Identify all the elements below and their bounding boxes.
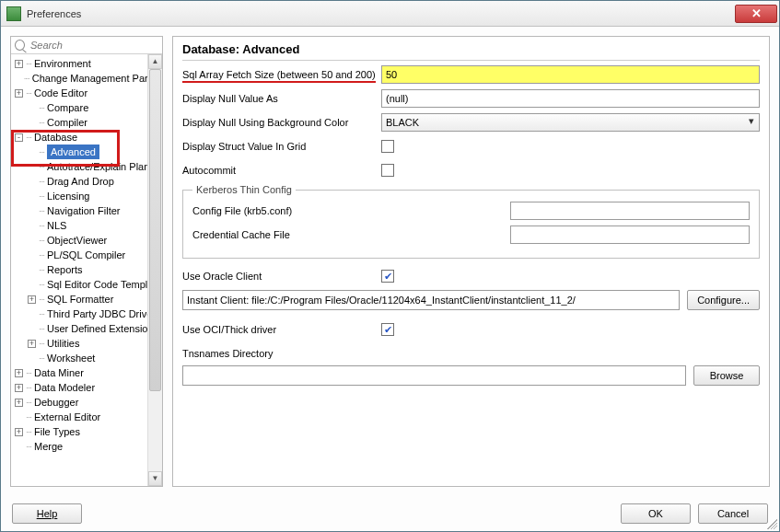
configure-button[interactable]: Configure... [687,290,760,310]
tree-item-label: Worksheet [47,351,95,365]
expand-icon[interactable]: + [15,369,23,377]
collapse-icon[interactable]: - [15,133,23,142]
tree-item-label: ObjectViewer [47,233,107,248]
window-title: Preferences [27,8,735,19]
tree-connector-icon: ···· [39,159,44,174]
null-value-input[interactable] [381,89,760,108]
tree-connector-icon: ···· [39,189,44,203]
search-input[interactable] [29,39,158,52]
tree-item-compare[interactable]: ····Compare [11,100,162,115]
tree-item-database[interactable]: -····Database [11,130,162,145]
tree-connector-icon: ···· [39,218,44,233]
expand-icon[interactable]: + [15,399,23,407]
tree-item-licensing[interactable]: ····Licensing [11,189,162,203]
tree-leaf-icon [28,310,36,318]
close-button[interactable]: ✕ [735,5,777,23]
tree-item-nls[interactable]: ····NLS [11,218,162,233]
tree-item-file-types[interactable]: +····File Types [11,424,162,439]
tree-connector-icon: ···· [26,410,31,424]
tree-connector-icon: ···· [24,71,29,86]
tree-item-drag-and-drop[interactable]: ····Drag And Drop [11,174,162,189]
tree-connector-icon: ···· [39,100,44,115]
tree-leaf-icon [28,251,36,260]
tree-leaf-icon [28,163,36,171]
expand-icon[interactable]: + [28,295,36,304]
tree-connector-icon: ···· [26,365,31,380]
expand-icon[interactable]: + [15,89,23,98]
tree-item-autotrace-explain-plan[interactable]: ····Autotrace/Explain Plan [11,159,162,174]
tree-item-external-editor[interactable]: ····External Editor [11,410,162,424]
expand-icon[interactable]: + [15,60,23,68]
fetch-size-input[interactable] [381,65,760,84]
tree-leaf-icon [28,281,36,289]
preferences-tree[interactable]: +····Environment····Change Management Pa… [11,54,162,456]
tree-item-utilities[interactable]: +····Utilities [11,336,162,351]
browse-button[interactable]: Browse [693,365,760,386]
tree-leaf-icon [15,443,23,451]
kerberos-config-input[interactable] [510,202,750,220]
expand-icon[interactable]: + [28,340,36,348]
autocommit-checkbox[interactable] [381,164,394,177]
tree-item-advanced[interactable]: ····Advanced [11,145,162,159]
tns-directory-input[interactable] [182,365,686,386]
ok-button[interactable]: OK [621,503,691,524]
tree-connector-icon: ···· [39,321,44,336]
oracle-client-path-input[interactable] [182,290,680,310]
tree-item-label: Compare [47,100,88,115]
struct-checkbox[interactable] [381,140,394,153]
tree-item-label: Sql Editor Code Templa [47,277,153,292]
tree-item-label: Environment [34,56,91,71]
tree-item-reports[interactable]: ····Reports [11,262,162,277]
tree-item-worksheet[interactable]: ····Worksheet [11,351,162,365]
null-value-label: Display Null Value As [182,93,381,104]
tree-item-merge[interactable]: ····Merge [11,439,162,454]
tree-connector-icon: ···· [39,306,44,321]
tree-item-user-defined-extension[interactable]: ····User Defined Extension [11,321,162,336]
tree-connector-icon: ···· [39,174,44,189]
autocommit-label: Autocommit [182,165,381,176]
tree-item-third-party-jdbc-driver[interactable]: ····Third Party JDBC Driver [11,306,162,321]
tree-leaf-icon [28,119,36,127]
tree-item-data-miner[interactable]: +····Data Miner [11,365,162,380]
tree-item-label: Licensing [47,189,89,203]
tree-item-change-management-param[interactable]: ····Change Management Param [11,71,162,86]
tree-scrollbar[interactable]: ▲ ▼ [147,54,162,486]
tree-connector-icon: ···· [39,277,44,292]
tree-item-objectviewer[interactable]: ····ObjectViewer [11,233,162,248]
search-row [11,37,162,54]
resize-grip-icon[interactable] [764,516,777,529]
tree-leaf-icon [28,354,36,363]
tree-item-label: SQL Formatter [47,292,113,306]
expand-icon[interactable]: + [15,428,23,436]
tree-item-navigation-filter[interactable]: ····Navigation Filter [11,203,162,218]
tree-item-environment[interactable]: +····Environment [11,56,162,71]
scroll-thumb[interactable] [149,69,161,391]
tree-item-compiler[interactable]: ····Compiler [11,115,162,130]
kerberos-cred-input[interactable] [510,226,750,244]
expand-icon[interactable]: + [15,384,23,392]
content-pane: Database: Advanced Sql Array Fetch Size … [172,36,770,487]
use-oracle-checkbox[interactable]: ✔ [381,270,394,283]
use-oci-checkbox[interactable]: ✔ [381,323,394,336]
scroll-down-icon[interactable]: ▼ [148,471,162,486]
kerberos-group: Kerberos Thin Config Config File (krb5.c… [182,184,760,259]
tree-item-data-modeler[interactable]: +····Data Modeler [11,380,162,395]
dialog-footer: Help OK Cancel [1,496,779,531]
kerberos-cred-label: Credential Cache File [192,229,312,240]
tree-item-sql-formatter[interactable]: +····SQL Formatter [11,292,162,306]
tree-item-pl-sql-compiler[interactable]: ····PL/SQL Compiler [11,248,162,262]
tns-label: Tnsnames Directory [182,348,381,359]
cancel-button[interactable]: Cancel [698,503,768,524]
tree-item-label: File Types [34,424,80,439]
scroll-up-icon[interactable]: ▲ [148,54,162,69]
struct-label: Display Struct Value In Grid [182,141,381,152]
tree-connector-icon: ···· [26,424,31,439]
tree-item-label: Code Editor [34,86,87,100]
null-bg-select[interactable]: BLACK [381,113,760,132]
tree-item-debugger[interactable]: +····Debugger [11,395,162,410]
tree-item-code-editor[interactable]: +····Code Editor [11,86,162,100]
tree-leaf-icon [28,148,36,156]
titlebar: Preferences ✕ [1,1,779,27]
tree-item-sql-editor-code-templa[interactable]: ····Sql Editor Code Templa [11,277,162,292]
help-button[interactable]: Help [12,503,82,524]
